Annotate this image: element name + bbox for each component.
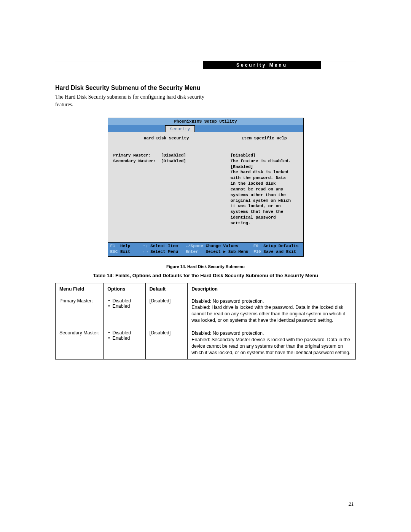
bios-tab-bar: Security <box>108 125 304 132</box>
help-line: [Enabled] <box>231 164 299 170</box>
options-table: Menu Field Options Default Description P… <box>55 283 356 359</box>
help-line: original system on which <box>231 198 299 204</box>
bios-footer-row: F1 Help ↑↓ Select Item -/Space Change Va… <box>110 243 301 249</box>
th-options: Options <box>104 283 145 295</box>
bios-help-panel: Item Specific Help [Disabled] The featur… <box>225 132 303 242</box>
bios-footer-row: ESC Exit ←→ Select Menu Enter Select ▶ S… <box>110 249 301 255</box>
bios-field-value: [Disabled] <box>161 159 186 163</box>
option-item: • Disabled <box>107 330 141 335</box>
cell-menu-field: Primary Master: <box>56 295 104 327</box>
option-item: • Disabled <box>107 298 141 304</box>
help-line: The feature is disabled. <box>231 158 299 164</box>
bios-submenu-title: Hard Disk Security <box>108 132 225 145</box>
bios-field-label: Secondary Master: <box>113 159 156 163</box>
cell-options: • Disabled • Enabled <box>104 327 145 359</box>
bios-body: Hard Disk Security Primary Master: [Disa… <box>108 132 304 242</box>
bios-tab-security: Security <box>165 125 195 132</box>
th-default: Default <box>145 283 187 295</box>
header-bar: Security Menu <box>203 61 321 69</box>
bios-field-value: [Disabled] <box>161 153 186 158</box>
option-item: • Enabled <box>107 335 141 341</box>
help-line: systems other than the <box>231 192 299 198</box>
table-row: Secondary Master: • Disabled • Enabled [… <box>56 327 356 359</box>
figure-caption: Figure 14. Hard Disk Security Submenu <box>55 264 356 269</box>
bios-left-panel: Hard Disk Security Primary Master: [Disa… <box>108 132 225 242</box>
cell-default: [Disabled] <box>145 327 187 359</box>
intro-text: The Hard Disk Security submenu is for co… <box>55 93 207 108</box>
section-title: Hard Disk Security Submenu of the Securi… <box>55 85 356 91</box>
bios-screenshot: PhoenixBIOS Setup Utility Security Hard … <box>108 118 304 256</box>
help-line: systems that have the <box>231 209 299 215</box>
table-header-row: Menu Field Options Default Description <box>56 283 356 295</box>
table-caption: Table 14: Fields, Options and Defaults f… <box>55 273 356 278</box>
page-number: 21 <box>349 501 354 507</box>
bios-field-list: Primary Master: [Disabled] Secondary Mas… <box>108 145 225 242</box>
help-line: identical password <box>231 215 299 220</box>
cell-description: Disabled: No password protection.Enabled… <box>188 327 356 359</box>
table-row: Primary Master: • Disabled • Enabled [Di… <box>56 295 356 327</box>
document-page: Security Menu Hard Disk Security Submenu… <box>0 0 411 532</box>
option-item: • Enabled <box>107 304 141 309</box>
bios-help-text: [Disabled] The feature is disabled. [Ena… <box>225 145 303 242</box>
help-line: in the locked disk <box>231 181 299 187</box>
th-description: Description <box>188 283 356 295</box>
help-line: The hard disk is locked <box>231 169 299 175</box>
cell-options: • Disabled • Enabled <box>104 295 145 327</box>
help-line: with the pasword. Data <box>231 175 299 181</box>
cell-default: [Disabled] <box>145 295 187 327</box>
help-line: setting. <box>231 220 299 226</box>
bios-help-title: Item Specific Help <box>225 132 303 145</box>
cell-description: Disabled: No password protection.Enabled… <box>188 295 356 327</box>
help-line: [Disabled] <box>231 153 299 158</box>
bios-field-label: Primary Master: <box>113 153 151 158</box>
th-menu-field: Menu Field <box>56 283 104 295</box>
bios-title: PhoenixBIOS Setup Utility <box>108 118 304 125</box>
help-line: it was locked, or on <box>231 203 299 209</box>
bios-footer: F1 Help ↑↓ Select Item -/Space Change Va… <box>108 242 304 257</box>
help-line: cannot be read on any <box>231 187 299 192</box>
cell-menu-field: Secondary Master: <box>56 327 104 359</box>
